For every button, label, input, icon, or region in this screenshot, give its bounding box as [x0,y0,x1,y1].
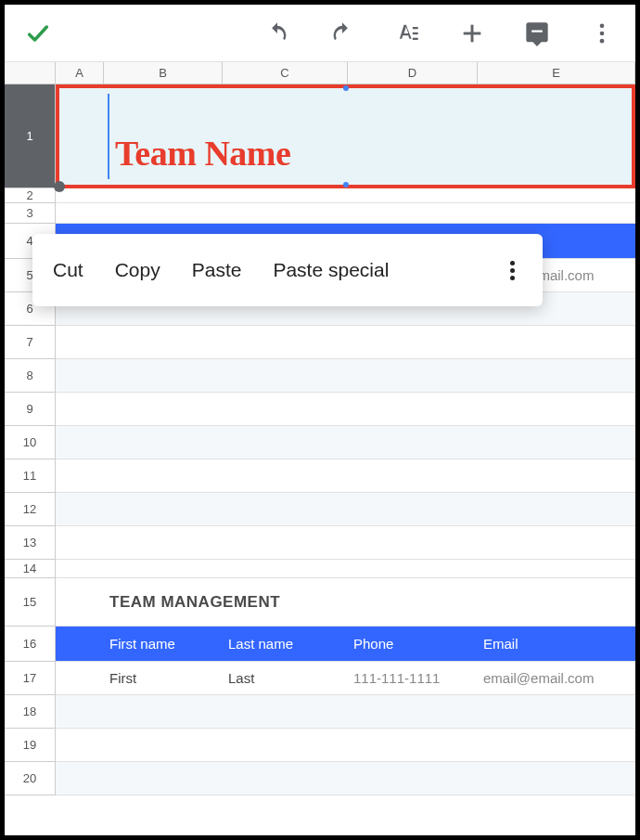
cell-first[interactable]: First [104,662,223,694]
row-header-10[interactable]: 10 [5,426,56,459]
table-row[interactable] [56,188,635,203]
header-last-name: Last name [223,627,348,661]
row-headers: 1 2 3 4 5 6 7 8 9 10 11 12 13 14 15 16 1… [5,62,56,835]
row-header-19[interactable]: 19 [5,729,56,762]
row-header-2[interactable]: 2 [5,188,56,203]
row-header-9[interactable]: 9 [5,393,56,426]
section-header-row[interactable]: TEAM MANAGEMENT [56,578,635,627]
copy-button[interactable]: Copy [115,259,160,281]
check-icon[interactable] [23,19,53,48]
plus-icon[interactable] [457,19,487,48]
row-header-15[interactable]: 15 [5,578,56,627]
context-menu: Cut Copy Paste Paste special [32,234,543,306]
cut-button[interactable]: Cut [53,259,83,281]
header-phone: Phone [348,627,478,661]
selected-cell-row-1[interactable]: Team Name [56,84,635,188]
more-vert-icon[interactable] [587,19,617,48]
col-header-e[interactable]: E [478,62,635,84]
col-header-b[interactable]: B [104,62,223,84]
svg-point-5 [600,23,605,28]
table-row[interactable] [56,203,635,224]
row-header-3[interactable]: 3 [5,203,56,224]
selection-handle-bottom[interactable] [343,182,349,187]
table-row[interactable] [56,493,635,526]
header-email: Email [478,627,635,661]
paste-button[interactable]: Paste [192,259,242,281]
paste-special-button[interactable]: Paste special [273,259,389,281]
table-row[interactable] [56,729,635,762]
table-header-row[interactable]: First name Last name Phone Email [56,627,635,662]
row-header-17[interactable]: 17 [5,662,56,695]
text-format-icon[interactable] [392,19,422,48]
svg-point-7 [600,38,605,43]
table-row[interactable] [56,393,635,426]
row-header-12[interactable]: 12 [5,493,56,526]
undo-icon[interactable] [262,19,292,48]
table-row[interactable] [56,459,635,493]
header-first-name: First name [104,627,223,661]
cursor-indicator [108,94,109,179]
row-header-18[interactable]: 18 [5,695,56,729]
table-row[interactable] [56,762,635,795]
col-header-a[interactable]: A [56,62,104,84]
row-header-11[interactable]: 11 [5,459,56,493]
section-title: TEAM MANAGEMENT [104,578,635,626]
comment-icon[interactable] [522,19,552,48]
cell-phone[interactable]: 111-111-1111 [348,662,478,694]
table-row[interactable] [56,326,635,359]
row-header-1[interactable]: 1 [5,84,56,188]
table-row[interactable] [56,526,635,560]
corner-cell[interactable] [5,62,56,84]
table-row[interactable]: First Last 111-111-1111 email@email.com [56,662,635,695]
title-text: Team Name [115,133,290,174]
toolbar [5,5,635,62]
svg-point-6 [600,31,605,35]
spreadsheet-grid: 1 2 3 4 5 6 7 8 9 10 11 12 13 14 15 16 1… [5,62,635,835]
col-header-d[interactable]: D [348,62,478,84]
context-menu-more-icon[interactable] [503,253,522,288]
row-header-13[interactable]: 13 [5,526,56,560]
col-header-c[interactable]: C [223,62,348,84]
table-row[interactable] [56,426,635,459]
row-header-14[interactable]: 14 [5,560,56,578]
table-row[interactable] [56,560,635,578]
svg-rect-2 [413,37,418,39]
row-header-20[interactable]: 20 [5,762,56,795]
svg-rect-0 [413,27,418,29]
cell-email[interactable]: email@email.com [478,662,635,694]
row-header-8[interactable]: 8 [5,359,56,393]
redo-icon[interactable] [327,19,357,48]
row-header-7[interactable]: 7 [5,326,56,359]
column-headers: A B C D E [56,62,635,84]
cell-last[interactable]: Last [223,662,348,694]
selection-handle-top[interactable] [343,85,349,91]
table-row[interactable] [56,359,635,393]
svg-rect-1 [413,32,418,33]
row-header-16[interactable]: 16 [5,627,56,662]
table-row[interactable] [56,695,635,729]
selection-handle-corner[interactable] [54,181,65,192]
